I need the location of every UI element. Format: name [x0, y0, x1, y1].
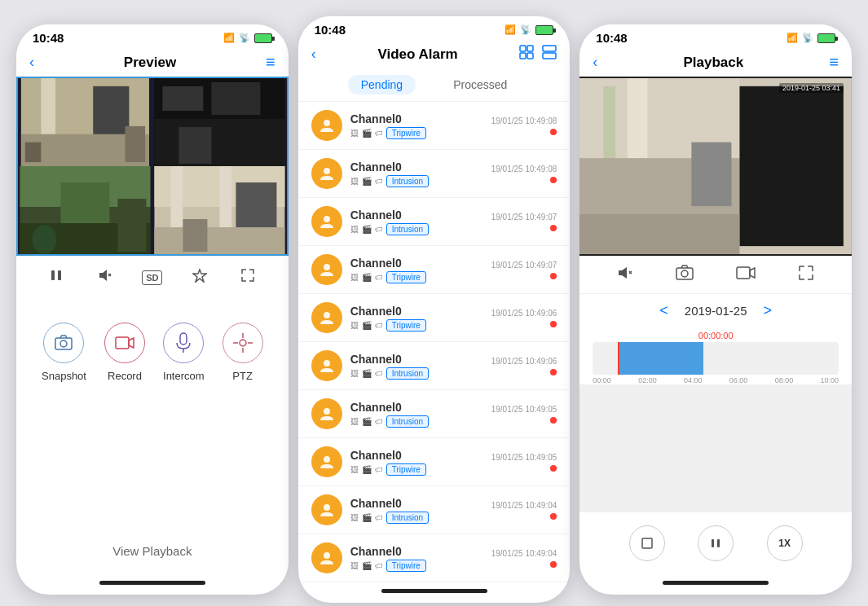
svg-rect-62 — [628, 78, 648, 158]
alarm-meta-vid-8: 🎬 — [362, 513, 372, 522]
svg-point-49 — [324, 216, 330, 222]
svg-point-55 — [324, 504, 330, 511]
ptz-action[interactable]: PTZ — [223, 323, 263, 382]
alarm-right-5: 19/01/25 10:49:06 — [491, 357, 557, 375]
pb-mute-button[interactable] — [617, 265, 633, 285]
status-bar-1: 10:48 📶 📡 — [16, 24, 289, 48]
alarm-meta-tag-icon-9: 🏷 — [375, 561, 383, 570]
tab-processed[interactable]: Processed — [440, 75, 520, 94]
alarm-tag-0: Tripwire — [386, 127, 426, 139]
alarm-channel-0: Channel0 — [350, 112, 483, 125]
alarm-tag-7: Tripwire — [386, 463, 426, 476]
alarm-meta-img-1: 🖼 — [350, 177, 359, 186]
alarm-item-1[interactable]: Channel0 🖼 🎬 🏷 Intrusion 19/01/25 10:49:… — [298, 150, 571, 198]
svg-point-53 — [324, 408, 330, 415]
quality-button[interactable]: SD — [142, 270, 162, 285]
alarm-meta-vid-4: 🎬 — [362, 321, 372, 330]
pb-snapshot-button[interactable] — [676, 265, 694, 285]
alarm-time-7: 19/01/25 10:49:05 — [491, 453, 557, 462]
alarm-channel-7: Channel0 — [350, 449, 483, 462]
alarm-dot-5 — [550, 369, 557, 375]
alarm-time-4: 19/01/25 10:49:06 — [491, 309, 557, 318]
alarm-dot-6 — [550, 417, 557, 424]
camera-feed-svg-2 — [152, 78, 287, 166]
svg-rect-59 — [740, 86, 844, 246]
alarm-item-6[interactable]: Channel0 🖼 🎬 🏷 Intrusion 19/01/25 10:49:… — [298, 390, 571, 438]
phone-alarm: 10:48 📶 📡 ‹ Video Alarm Pending Processe… — [298, 16, 571, 603]
camera-feed-2 — [152, 78, 287, 166]
alarm-right-7: 19/01/25 10:49:05 — [491, 453, 557, 472]
stop-button[interactable] — [629, 525, 665, 561]
alarm-item-8[interactable]: Channel0 🖼 🎬 🏷 Intrusion 19/01/25 10:49:… — [298, 486, 571, 534]
date-prev-button[interactable]: < — [659, 302, 668, 319]
alarm-item-4[interactable]: Channel0 🖼 🎬 🏷 Tripwire 19/01/25 10:49:0… — [298, 294, 571, 342]
speed-button[interactable]: 1X — [767, 525, 803, 561]
timeline-label-1: 02:00 — [638, 376, 657, 384]
svg-rect-71 — [737, 267, 750, 279]
svg-rect-10 — [178, 127, 211, 164]
camera-cell-1[interactable] — [18, 78, 152, 166]
signal-icon-3: 📶 — [786, 33, 798, 43]
intercom-action[interactable]: Intercom — [163, 323, 205, 382]
favorite-button[interactable] — [189, 265, 210, 290]
list-icon[interactable] — [542, 45, 557, 64]
camera-cell-4[interactable] — [152, 166, 287, 254]
view-playback-button[interactable]: View Playback — [16, 520, 289, 574]
alarm-meta-vid-0: 🎬 — [362, 129, 372, 138]
alarm-tag-2: Intrusion — [386, 223, 429, 235]
alarm-channel-3: Channel0 — [350, 257, 483, 270]
play-pause-button[interactable] — [698, 525, 734, 561]
alarm-right-9: 19/01/25 10:49:04 — [491, 549, 557, 568]
camera-cell-2[interactable] — [152, 78, 287, 166]
home-indicator-2 — [381, 589, 487, 593]
alarm-dot-1 — [550, 177, 557, 183]
alarm-avatar-5 — [311, 350, 342, 381]
alarm-meta-2: 🖼 🎬 🏷 Intrusion — [350, 223, 483, 235]
menu-button-playback[interactable]: ≡ — [829, 53, 839, 72]
alarm-meta-img-0: 🖼 — [350, 129, 359, 138]
date-next-button[interactable]: > — [764, 302, 773, 319]
timeline-label-5: 10:00 — [820, 376, 839, 384]
back-button-playback[interactable]: ‹ — [593, 54, 597, 71]
back-button-alarm[interactable]: ‹ — [311, 46, 316, 63]
tab-pending[interactable]: Pending — [348, 75, 416, 94]
svg-marker-26 — [99, 270, 107, 281]
status-icons-2: 📶 📡 — [504, 24, 553, 35]
grid-icon[interactable] — [519, 45, 534, 64]
alarm-item-0[interactable]: Channel0 🖼 🎬 🏷 Tripwire 19/01/25 10:49:0… — [298, 102, 571, 150]
battery-icon — [254, 33, 272, 43]
ptz-icon-wrap — [223, 323, 263, 363]
svg-rect-2 — [93, 86, 129, 143]
alarm-info-3: Channel0 🖼 🎬 🏷 Tripwire — [350, 257, 483, 283]
menu-button-preview[interactable]: ≡ — [266, 53, 275, 72]
camera-cell-3[interactable] — [18, 166, 152, 254]
camera-grid — [16, 77, 289, 256]
snapshot-action[interactable]: Snapshot — [42, 323, 86, 382]
alarm-dot-8 — [550, 513, 557, 520]
camera-feed-svg-1 — [18, 78, 152, 166]
alarm-item-7[interactable]: Channel0 🖼 🎬 🏷 Tripwire 19/01/25 10:49:0… — [298, 438, 571, 486]
timeline-bar[interactable] — [593, 342, 839, 375]
alarm-item-5[interactable]: Channel0 🖼 🎬 🏷 Intrusion 19/01/25 10:49:… — [298, 342, 571, 390]
timeline-segment — [618, 342, 704, 375]
alarm-item-3[interactable]: Channel0 🖼 🎬 🏷 Tripwire 19/01/25 10:49:0… — [298, 246, 571, 294]
pause-button[interactable] — [46, 265, 67, 290]
alarm-info-8: Channel0 🖼 🎬 🏷 Intrusion — [350, 497, 483, 524]
mute-button[interactable] — [94, 265, 115, 290]
record-action[interactable]: Record — [104, 323, 145, 382]
expand-button[interactable] — [237, 265, 258, 290]
back-button-preview[interactable]: ‹ — [29, 54, 34, 71]
pb-expand-button[interactable] — [798, 265, 814, 285]
alarm-channel-8: Channel0 — [350, 497, 483, 510]
alarm-item-2[interactable]: Channel0 🖼 🎬 🏷 Intrusion 19/01/25 10:49:… — [298, 198, 571, 246]
alarm-info-2: Channel0 🖼 🎬 🏷 Intrusion — [350, 209, 483, 235]
alarm-channel-9: Channel0 — [350, 545, 483, 558]
alarm-time-1: 19/01/25 10:49:08 — [491, 165, 557, 173]
alarm-meta-img-6: 🖼 — [350, 417, 359, 426]
signal-icon: 📶 — [223, 33, 235, 43]
alarm-item-9[interactable]: Channel0 🖼 🎬 🏷 Tripwire 19/01/25 10:49:0… — [298, 534, 571, 582]
pb-record-button[interactable] — [736, 265, 756, 285]
alarm-tabs: Pending Processed — [298, 68, 571, 102]
svg-rect-64 — [692, 143, 732, 207]
svg-rect-34 — [180, 333, 187, 345]
